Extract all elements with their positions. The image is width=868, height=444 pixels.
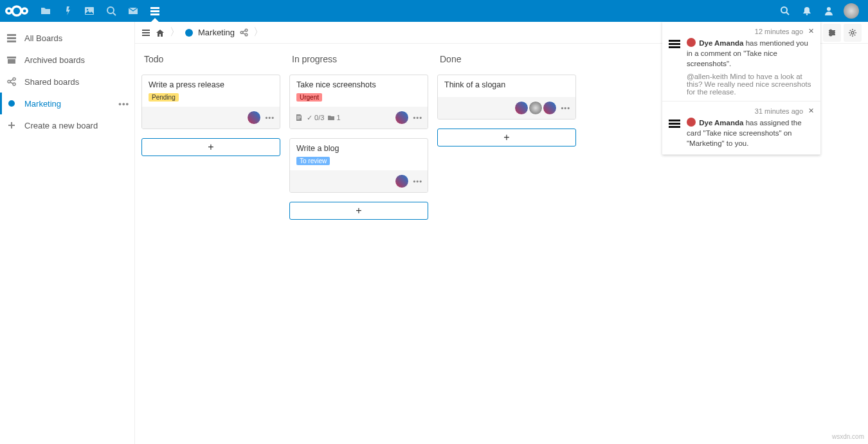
assignee-avatar[interactable] [247,111,261,125]
svg-point-11 [827,7,831,11]
svg-rect-32 [669,120,680,121]
svg-point-1 [6,8,12,13]
svg-rect-34 [669,126,680,128]
card-more-icon[interactable]: ••• [561,104,570,112]
filters-button[interactable] [823,24,841,42]
user-avatar[interactable] [844,3,859,19]
svg-rect-30 [669,43,680,45]
sidebar-item-marketing[interactable]: Marketing ••• [0,93,134,114]
svg-rect-33 [669,123,680,125]
contacts-icon[interactable] [818,0,840,22]
card-footer: ••• [290,170,428,192]
tasks-count: ✓ 0/3 [307,114,324,122]
notifications-icon[interactable] [796,0,818,22]
svg-point-5 [107,7,114,13]
svg-point-28 [851,31,854,34]
sidebar-item-shared[interactable]: Shared boards [0,71,134,93]
nextcloud-logo[interactable] [5,4,28,17]
description-icon [295,114,303,121]
files-icon[interactable] [35,0,57,22]
assignee-avatar[interactable] [514,101,529,115]
home-icon[interactable] [156,28,165,37]
breadcrumb-board-name[interactable]: Marketing [198,28,235,37]
column: TodoWrite a press releasePending•••+ [141,54,280,434]
sidebar-label: Shared boards [24,77,79,87]
plus-icon [5,121,18,130]
svg-point-21 [240,31,243,34]
svg-rect-15 [7,57,16,58]
card[interactable]: Write a press releasePending••• [141,75,280,129]
assignee-avatar[interactable] [395,111,409,125]
notification-text: Dye Amanda has assigned the card "Take n… [687,118,814,148]
board-color-dot [185,29,193,37]
card-title: Write a blog [296,144,421,153]
archive-icon [5,55,18,64]
breadcrumb-separator: 〉 [170,26,180,39]
add-card-button[interactable]: + [141,138,280,156]
deck-notif-icon [669,119,682,130]
svg-point-17 [13,78,15,80]
sidebar-item-archived[interactable]: Archived boards [0,49,134,71]
notification-text: Dye Amanda has mentioned you in a commen… [687,38,814,69]
svg-point-18 [8,80,10,83]
settings-button[interactable] [844,24,862,42]
svg-rect-14 [7,40,16,42]
mail-icon[interactable] [122,0,144,22]
topbar [0,0,868,22]
assignee-avatar[interactable] [529,101,543,115]
share-icon [5,77,18,86]
svg-rect-16 [8,59,15,64]
close-icon[interactable]: ✕ [808,107,814,115]
column-title: Done [437,54,576,64]
svg-point-10 [806,13,808,15]
svg-rect-29 [669,40,680,42]
add-card-button[interactable]: + [437,129,576,147]
notification-item[interactable]: 31 minutes ago ✕ Dye Amanda has assigned… [662,102,820,154]
sidebar-label: Marketing [24,99,61,109]
assignee-avatar[interactable] [395,174,409,188]
gallery-icon[interactable] [78,0,100,22]
svg-point-25 [830,30,832,31]
svg-point-26 [833,31,835,33]
svg-point-4 [87,9,89,11]
card-title: Write a press release [149,80,273,89]
assignee-avatar[interactable] [543,101,557,115]
column-title: Todo [141,54,280,64]
more-icon[interactable]: ••• [118,99,129,109]
svg-rect-13 [7,37,16,39]
topbar-right [774,0,863,22]
menu-toggle-icon[interactable] [141,28,150,37]
card[interactable]: Write a blogTo review••• [289,138,428,193]
svg-rect-7 [150,10,159,12]
card-more-icon[interactable]: ••• [413,177,422,185]
notification-panel: 12 minutes ago ✕ Dye Amanda has mentione… [662,22,820,155]
actor-avatar [687,118,696,127]
column-title: In progress [289,54,428,64]
share-board-icon[interactable] [240,28,248,37]
deck-notif-icon [669,39,682,51]
card-footer: ••• [438,97,575,119]
close-icon[interactable]: ✕ [808,27,814,35]
sidebar-item-create-board[interactable]: Create a new board [0,114,134,136]
search-icon[interactable] [774,0,796,22]
svg-rect-6 [150,7,159,9]
card[interactable]: Take nice screenshotsUrgent✓ 0/3 1••• [289,75,428,129]
activity-icon[interactable] [57,0,78,22]
notification-time: 31 minutes ago [755,107,803,115]
card-more-icon[interactable]: ••• [265,114,275,121]
add-card-button[interactable]: + [289,202,428,220]
sidebar: All Boards Archived boards Shared boards… [0,22,135,444]
deck-icon[interactable] [144,0,166,22]
search-app-icon[interactable] [100,0,122,22]
sidebar-item-all-boards[interactable]: All Boards [0,27,134,49]
svg-point-0 [12,6,21,15]
notification-quote: @allen-keith Mind to have a look at this… [687,73,814,96]
card[interactable]: Think of a slogan••• [437,75,576,120]
svg-point-27 [830,33,832,35]
notification-item[interactable]: 12 minutes ago ✕ Dye Amanda has mentione… [662,22,820,102]
watermark: wsxdn.com [832,433,864,440]
sidebar-label: Create a new board [24,121,98,130]
card-tag: Pending [149,93,179,102]
card-more-icon[interactable]: ••• [413,114,422,121]
svg-rect-31 [669,46,680,48]
